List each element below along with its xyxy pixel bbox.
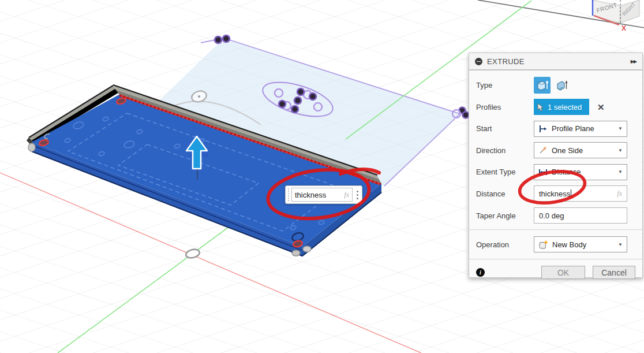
fx-icon: fx bbox=[340, 191, 349, 199]
row-direction: Direction One Side ▼ bbox=[469, 139, 642, 161]
distance-label: Distance bbox=[476, 189, 534, 198]
extent-type-label: Extent Type bbox=[476, 168, 534, 176]
taper-angle-label: Taper Angle bbox=[476, 211, 534, 220]
direction-dropdown[interactable]: One Side ▼ bbox=[534, 142, 627, 158]
kebab-menu-icon[interactable] bbox=[353, 191, 362, 199]
distance-input[interactable]: thickness fx bbox=[534, 185, 627, 202]
corner-foot bbox=[292, 250, 300, 256]
divider bbox=[469, 259, 642, 259]
x-axis-label: X bbox=[621, 24, 626, 32]
row-taper: Taper Angle 0.0 deg bbox=[469, 205, 642, 226]
clear-selection-icon[interactable]: ✕ bbox=[597, 103, 605, 112]
extrude-dialog: EXTRUDE ▶▶ Type bbox=[469, 53, 643, 278]
one-side-icon bbox=[538, 146, 548, 155]
start-label: Start bbox=[476, 124, 534, 133]
start-dropdown[interactable]: Profile Plane ▼ bbox=[534, 121, 627, 137]
profiles-selected-count: 1 selected bbox=[548, 103, 582, 112]
chevron-down-icon: ▼ bbox=[618, 242, 623, 247]
type-label: Type bbox=[476, 81, 534, 90]
viewport-distance-field[interactable]: thickness fx bbox=[291, 188, 353, 202]
dialog-footer: i OK Cancel bbox=[469, 262, 642, 279]
fusion360-canvas: 3.00 FRONT RIGHT X thickness fx EXTRUD bbox=[0, 0, 644, 353]
divider bbox=[469, 229, 642, 230]
drag-handle-icon[interactable] bbox=[286, 188, 291, 201]
start-value: Profile Plane bbox=[552, 124, 594, 133]
row-distance: Distance thickness fx bbox=[469, 183, 642, 205]
row-start: Start Profile Plane ▼ bbox=[469, 118, 642, 139]
cursor-icon bbox=[537, 103, 545, 112]
ok-button[interactable]: OK bbox=[541, 266, 585, 279]
row-extent: Extent Type Distance ▼ bbox=[469, 161, 642, 183]
row-type: Type bbox=[469, 75, 642, 96]
direction-value: One Side bbox=[552, 146, 583, 155]
y-axis-line bbox=[58, 226, 230, 353]
dialog-grip-icon[interactable] bbox=[475, 58, 482, 65]
text-caret bbox=[571, 189, 571, 198]
profiles-selected-button[interactable]: 1 selected bbox=[534, 99, 589, 115]
type-solid-button[interactable] bbox=[534, 77, 551, 94]
viewport-distance-value: thickness bbox=[295, 191, 326, 199]
operation-value: New Body bbox=[552, 240, 586, 249]
operation-label: Operation bbox=[476, 240, 534, 249]
viewcube[interactable]: FRONT RIGHT X bbox=[0, 0, 644, 52]
extrude-thin-icon bbox=[556, 79, 568, 92]
row-profiles: Profiles 1 selected ✕ bbox=[469, 96, 642, 118]
profiles-label: Profiles bbox=[476, 103, 534, 112]
direction-label: Direction bbox=[476, 146, 534, 155]
distance-value: thickness bbox=[539, 189, 570, 198]
taper-angle-value: 0.0 deg bbox=[539, 211, 564, 220]
taper-angle-input[interactable]: 0.0 deg bbox=[534, 207, 627, 224]
chevron-down-icon: ▼ bbox=[618, 169, 623, 174]
dialog-header[interactable]: EXTRUDE ▶▶ bbox=[469, 53, 642, 70]
extent-type-dropdown[interactable]: Distance ▼ bbox=[534, 164, 627, 180]
operation-dropdown[interactable]: New Body ▼ bbox=[534, 236, 627, 252]
profile-plane-icon bbox=[538, 124, 548, 133]
corner-foot bbox=[28, 143, 35, 151]
distance-extent-icon bbox=[538, 168, 548, 177]
cancel-button[interactable]: Cancel bbox=[593, 266, 635, 279]
corner-foot bbox=[303, 246, 311, 252]
info-icon[interactable]: i bbox=[476, 268, 485, 277]
dialog-title: EXTRUDE bbox=[487, 57, 525, 66]
extent-type-value: Distance bbox=[552, 168, 581, 176]
popout-icon[interactable]: ▶▶ bbox=[631, 59, 636, 64]
chevron-down-icon: ▼ bbox=[618, 126, 623, 131]
fx-icon: fx bbox=[613, 189, 622, 198]
extrude-solid-icon bbox=[536, 79, 549, 92]
construction-center-point bbox=[198, 95, 200, 98]
chevron-down-icon: ▼ bbox=[618, 148, 623, 153]
row-operation: Operation New Body ▼ bbox=[469, 233, 642, 256]
new-body-icon bbox=[538, 240, 548, 250]
viewport-distance-input-box[interactable]: thickness fx bbox=[285, 185, 362, 204]
type-thin-button[interactable] bbox=[553, 77, 570, 94]
